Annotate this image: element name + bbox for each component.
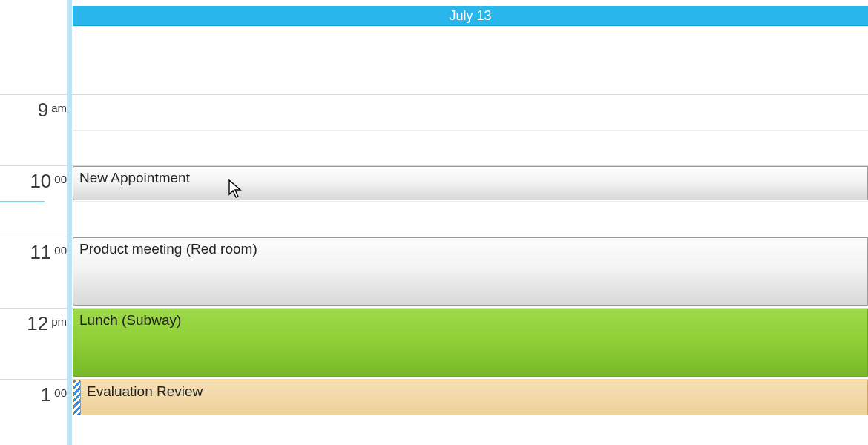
hour-label[interactable]: 9am <box>0 99 67 122</box>
hour-suffix: 00 <box>54 386 67 399</box>
appointment-new-appt[interactable]: New Appointment <box>73 166 868 200</box>
hour-divider <box>0 94 868 95</box>
hour-suffix: 00 <box>54 244 67 257</box>
hour-number: 1 <box>41 383 51 406</box>
hour-suffix: am <box>51 102 67 114</box>
hour-suffix: pm <box>51 315 67 328</box>
appointment-title: New Appointment <box>79 170 190 185</box>
status-stripe-icon <box>73 380 81 415</box>
half-hour-divider <box>73 201 868 202</box>
hour-number: 9 <box>38 99 48 122</box>
hour-number: 11 <box>30 241 51 264</box>
appointment-title: Evaluation Review <box>87 383 203 399</box>
appointment-lunch[interactable]: Lunch (Subway) <box>73 309 868 377</box>
hour-label[interactable]: 1000 <box>0 170 67 193</box>
hour-number: 12 <box>27 312 48 335</box>
hour-label[interactable]: 12pm <box>0 312 67 335</box>
current-time-strip <box>67 0 72 445</box>
hour-number: 10 <box>30 170 51 193</box>
half-hour-divider <box>73 130 868 131</box>
time-gutter <box>0 0 67 445</box>
hour-suffix: 00 <box>54 173 67 185</box>
calendar-day-view: July 13 9am1000110012pm100New Appointmen… <box>0 0 868 445</box>
day-header-label: July 13 <box>449 8 491 23</box>
hour-label[interactable]: 100 <box>0 383 67 406</box>
appointment-title: Product meeting (Red room) <box>79 241 257 257</box>
selection-indicator <box>0 201 45 202</box>
appointment-title: Lunch (Subway) <box>79 312 181 328</box>
day-header[interactable]: July 13 <box>73 6 868 26</box>
hour-label[interactable]: 1100 <box>0 241 67 264</box>
appointment-evaluation[interactable]: Evaluation Review <box>73 380 868 415</box>
appointment-product-meeting[interactable]: Product meeting (Red room) <box>73 237 868 306</box>
